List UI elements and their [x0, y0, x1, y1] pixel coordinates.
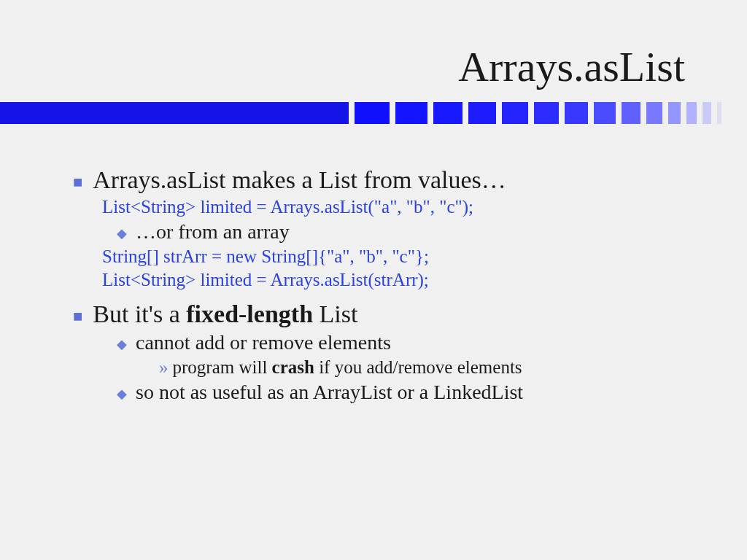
bullet-text: so not as useful as an ArrayList or a Li… — [136, 381, 523, 404]
text-bold: fixed-length — [186, 300, 313, 327]
text-bold: crash — [272, 357, 314, 377]
bar-segment — [395, 102, 427, 124]
bar-segment — [686, 102, 697, 124]
bar-segment — [502, 102, 528, 124]
bar-segment — [355, 102, 390, 124]
slide-content: ■ Arrays.asList makes a List from values… — [73, 166, 678, 407]
code-line: String[] strArr = new String[]{"a", "b",… — [102, 246, 678, 267]
bullet-text: cannot add or remove elements — [136, 331, 391, 354]
bullet-level2: ◆ …or from an array — [117, 220, 678, 244]
code-line: List<String> limited = Arrays.asList("a"… — [102, 197, 678, 217]
decorative-bar — [0, 102, 747, 124]
arrow-bullet-icon: » — [159, 357, 169, 378]
diamond-bullet-icon: ◆ — [117, 386, 127, 402]
square-bullet-icon: ■ — [73, 173, 82, 192]
bullet-level2: ◆ so not as useful as an ArrayList or a … — [117, 381, 678, 404]
bar-segment — [668, 102, 681, 124]
text-fragment: program will — [173, 357, 272, 377]
bullet-level3: » program will crash if you add/remove e… — [159, 357, 678, 378]
bullet-text: Arrays.asList makes a List from values… — [93, 166, 506, 194]
text-fragment: But it's a — [93, 300, 186, 327]
bar-segment — [565, 102, 588, 124]
bullet-text: program will crash if you add/remove ele… — [173, 357, 522, 378]
bar-segment — [622, 102, 640, 124]
bar-segment — [468, 102, 496, 124]
diamond-bullet-icon: ◆ — [117, 225, 127, 241]
square-bullet-icon: ■ — [73, 307, 82, 326]
code-line: List<String> limited = Arrays.asList(str… — [102, 270, 678, 290]
bar-segment — [717, 102, 721, 124]
slide-title: Arrays.asList — [458, 42, 685, 91]
text-fragment: if you add/remove elements — [314, 357, 522, 377]
bar-segment — [646, 102, 662, 124]
bar-segment — [594, 102, 616, 124]
bar-segment — [433, 102, 462, 124]
bullet-text: But it's a fixed-length List — [93, 300, 357, 328]
bullet-level2: ◆ cannot add or remove elements — [117, 331, 678, 354]
bar-segment — [534, 102, 559, 124]
bullet-level1: ■ But it's a fixed-length List — [73, 300, 678, 328]
text-fragment: List — [313, 300, 357, 327]
bar-long-segment — [0, 102, 349, 124]
bar-segment — [703, 102, 711, 124]
slide: Arrays.asList ■ Arrays.asList makes a Li… — [0, 0, 747, 560]
bullet-level1: ■ Arrays.asList makes a List from values… — [73, 166, 678, 194]
bullet-text: …or from an array — [136, 220, 290, 244]
diamond-bullet-icon: ◆ — [117, 336, 127, 352]
